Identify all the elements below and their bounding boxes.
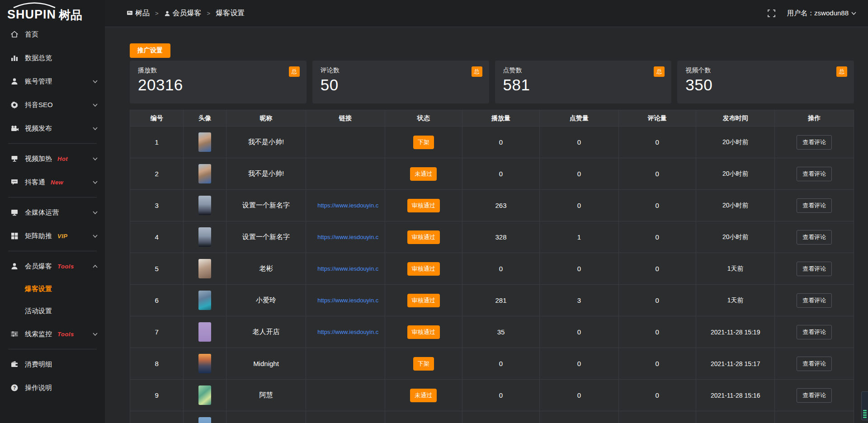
sidebar-item-account-management[interactable]: 账号管理 bbox=[0, 70, 105, 93]
status-tag: 下架 bbox=[413, 357, 434, 371]
sidebar-item-consume-detail[interactable]: 消费明细 bbox=[0, 352, 105, 376]
cell-avatar bbox=[184, 190, 226, 221]
stat-label: 点赞数 bbox=[503, 66, 664, 75]
view-comments-button[interactable]: 查看评论 bbox=[797, 230, 832, 244]
sidebar-item-douketong[interactable]: 抖客通New bbox=[0, 170, 105, 194]
grid-icon bbox=[10, 231, 19, 240]
video-link[interactable]: https://www.iesdouyin.c bbox=[312, 234, 384, 240]
sidebar-item-data-overview[interactable]: 数据总览 bbox=[0, 46, 105, 70]
avatar-green-painting-photo bbox=[198, 385, 211, 405]
stat-cards: 播放数20316总评论数50总点赞数581总视频个数350总 bbox=[130, 61, 854, 103]
chat-icon bbox=[10, 178, 19, 187]
monitor-icon bbox=[10, 208, 19, 217]
sidebar-item-home[interactable]: 首页 bbox=[0, 23, 105, 46]
cell-number: 4 bbox=[130, 221, 184, 253]
cell-nickname: 老彬 bbox=[226, 253, 306, 285]
sidebar-item-douyin-seo[interactable]: 抖音SEO bbox=[0, 93, 105, 117]
column-header-点赞量: 点赞量 bbox=[540, 110, 619, 127]
cell-action bbox=[775, 411, 854, 423]
breadcrumb-item-爆客设置[interactable]: 爆客设置 bbox=[216, 9, 245, 18]
cell-plays: 281 bbox=[462, 285, 539, 316]
sidebar-item-label: 视频加热 bbox=[25, 155, 52, 163]
view-comments-button[interactable]: 查看评论 bbox=[797, 262, 832, 276]
sidebar-item-video-heat[interactable]: 视频加热Hot bbox=[0, 147, 105, 170]
column-header-评论量: 评论量 bbox=[618, 110, 696, 127]
chevron-down-icon bbox=[93, 103, 98, 107]
cell-status: 审核通过 bbox=[385, 285, 462, 316]
cell-number: 1 bbox=[130, 127, 184, 158]
table-row: 4设置一个新名字https://www.iesdouyin.c审核通过32810… bbox=[130, 221, 854, 253]
cell-time: 1天前 bbox=[696, 253, 775, 285]
breadcrumb-separator: > bbox=[155, 10, 159, 17]
menu-badge: Tools bbox=[57, 263, 74, 270]
sidebar-item-media-operation[interactable]: 全媒体运营 bbox=[0, 201, 105, 224]
cell-plays: 0 bbox=[462, 348, 539, 380]
cell-nickname: 小爱玲 bbox=[226, 285, 306, 316]
cell-link: https://www.iesdouyin.c bbox=[306, 221, 385, 253]
stat-label: 播放数 bbox=[138, 66, 298, 75]
breadcrumb-item-会员爆客[interactable]: 会员爆客 bbox=[164, 9, 202, 18]
status-tag: 审核通过 bbox=[407, 325, 440, 339]
total-badge: 总 bbox=[654, 66, 665, 77]
sidebar-item-video-publish[interactable]: 视频发布 bbox=[0, 117, 105, 140]
table-row bbox=[130, 411, 854, 423]
cell-link bbox=[306, 158, 385, 190]
cell-number bbox=[130, 411, 184, 423]
username-label: 用户名：zswodun88 bbox=[787, 9, 849, 18]
cell-time: 20小时前 bbox=[696, 158, 775, 190]
video-link[interactable]: https://www.iesdouyin.c bbox=[312, 329, 384, 335]
sidebar-item-label: 操作说明 bbox=[25, 384, 52, 392]
cell-link bbox=[306, 411, 385, 423]
breadcrumb-item-树品[interactable]: 树品 bbox=[127, 9, 150, 18]
status-tag: 未通过 bbox=[410, 167, 437, 181]
question-icon: ? bbox=[10, 383, 19, 392]
view-comments-button[interactable]: 查看评论 bbox=[797, 293, 832, 308]
chevron-down-icon bbox=[93, 235, 98, 238]
view-comments-button[interactable]: 查看评论 bbox=[797, 167, 832, 181]
view-comments-button[interactable]: 查看评论 bbox=[797, 388, 832, 403]
sidebar-item-clue-monitor[interactable]: 线索监控Tools bbox=[0, 322, 105, 346]
cell-nickname bbox=[226, 411, 306, 423]
sidebar-subitem-活动设置[interactable]: 活动设置 bbox=[0, 300, 105, 322]
cell-number: 7 bbox=[130, 316, 184, 348]
cell-link: https://www.iesdouyin.c bbox=[306, 253, 385, 285]
chevron-down-icon bbox=[93, 333, 98, 336]
gear-icon bbox=[10, 100, 19, 109]
cell-action: 查看评论 bbox=[775, 127, 854, 158]
sidebar-item-operation-manual[interactable]: ?操作说明 bbox=[0, 376, 105, 400]
cell-nickname: Midnight bbox=[226, 348, 306, 380]
cell-likes: 3 bbox=[540, 285, 619, 316]
sidebar-item-matrix-boost[interactable]: 矩阵助推VIP bbox=[0, 224, 105, 248]
fullscreen-icon[interactable] bbox=[768, 9, 775, 17]
view-comments-button[interactable]: 查看评论 bbox=[797, 325, 832, 339]
sidebar-subitem-爆客设置[interactable]: 爆客设置 bbox=[0, 278, 105, 300]
cell-plays: 0 bbox=[462, 380, 539, 411]
sidebar-divider bbox=[8, 349, 97, 349]
video-link[interactable]: https://www.iesdouyin.c bbox=[312, 202, 384, 209]
cell-plays: 0 bbox=[462, 158, 539, 190]
cell-status: 下架 bbox=[385, 348, 462, 380]
sidebar-item-label: 抖客通 bbox=[25, 178, 45, 187]
cell-avatar bbox=[184, 127, 226, 158]
floating-widget[interactable] bbox=[861, 391, 868, 420]
view-comments-button[interactable]: 查看评论 bbox=[797, 357, 832, 371]
username-menu[interactable]: 用户名：zswodun88 bbox=[787, 9, 856, 18]
video-link[interactable]: https://www.iesdouyin.c bbox=[312, 297, 384, 304]
view-comments-button[interactable]: 查看评论 bbox=[797, 198, 832, 213]
sidebar-item-member-baoke[interactable]: 会员爆客Tools bbox=[0, 254, 105, 278]
cell-nickname: 我不是小帅! bbox=[226, 158, 306, 190]
view-comments-button[interactable]: 查看评论 bbox=[797, 135, 832, 150]
cell-comments: 0 bbox=[618, 285, 696, 316]
cell-comments: 0 bbox=[618, 316, 696, 348]
chevron-down-icon bbox=[93, 157, 98, 160]
sidebar-item-label: 会员爆客 bbox=[25, 262, 52, 271]
cell-likes: 0 bbox=[540, 380, 619, 411]
cell-avatar bbox=[184, 253, 226, 285]
cell-action: 查看评论 bbox=[775, 158, 854, 190]
video-link[interactable]: https://www.iesdouyin.c bbox=[312, 265, 384, 272]
logo-arc bbox=[12, 2, 57, 8]
cell-likes: 0 bbox=[540, 158, 619, 190]
promo-settings-button[interactable]: 推广设置 bbox=[130, 43, 170, 58]
menu-badge: VIP bbox=[57, 233, 67, 240]
cell-action: 查看评论 bbox=[775, 190, 854, 221]
